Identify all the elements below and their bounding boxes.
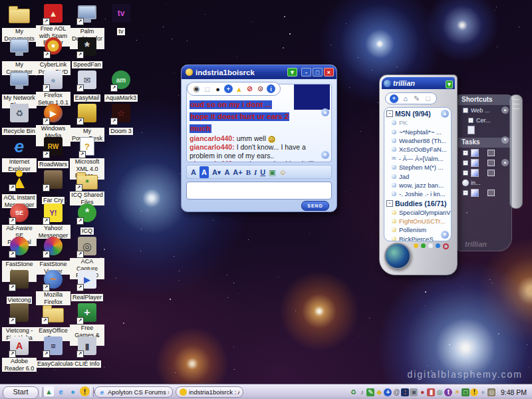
status-dot-icon[interactable] <box>414 243 418 248</box>
capture-tray-icon[interactable]: ◎ <box>487 388 495 396</box>
warn-icon[interactable]: ▲ <box>235 84 243 93</box>
trillian-menu-globe-button[interactable] <box>384 243 411 269</box>
desktop-icon-doom-3[interactable]: ☆↗Doom 3 <box>104 104 138 136</box>
volume-icon[interactable]: ♪ <box>358 388 366 396</box>
memory-card-icon[interactable]: ✎ <box>366 388 374 396</box>
lemon-icon[interactable]: ◆ <box>375 388 383 396</box>
scroll-up-icon[interactable]: ▲ <box>441 110 449 118</box>
taskbar-button-apolyton-cs-fo[interactable]: eApolyton CS Forums » Misce... <box>94 386 173 398</box>
desktop-icon-internet-explorer[interactable]: eInternet Explorer <box>2 137 37 174</box>
contact-xcscoobyfan[interactable]: XcScOoByFaN... <box>386 145 451 154</box>
format-a[interactable]: A <box>200 166 209 178</box>
trillian-tray-icon[interactable]: t <box>444 388 452 396</box>
aim-titlebar[interactable]: indstria1boisrck ▼-□× <box>182 65 336 79</box>
task-item-1[interactable]: - <box>458 148 511 158</box>
contact-specialolympianv[interactable]: SpecialOlympianV <box>386 208 451 217</box>
desktop-icon-yahoo-messenger[interactable]: Y!↗Yahoo! Messenger <box>36 203 70 240</box>
desktop-icon-icq-shared-files[interactable]: *↗ICQ Shared Files <box>70 170 104 207</box>
task-item-4[interactable]: in... <box>458 178 511 188</box>
scroll-up-icon[interactable]: ▲ <box>501 159 509 166</box>
contact-nephtali[interactable]: ~*Nephtali*~ ... <box>386 127 451 136</box>
page-icon[interactable]: □ <box>424 94 432 103</box>
icq-net-icon[interactable]: : <box>401 388 409 396</box>
close-button[interactable]: × <box>324 68 334 76</box>
desktop-icon-icq[interactable]: *↗ICQ <box>70 203 104 235</box>
quick-launch-aim[interactable]: ! <box>80 386 90 396</box>
droplet-icon[interactable]: ● <box>418 388 426 396</box>
contact-weather88-th[interactable]: Weather88 (Th... <box>386 136 451 145</box>
ad-watch-icon[interactable]: ☀ <box>453 388 461 396</box>
sync-icon[interactable]: + <box>384 388 392 396</box>
format-a[interactable]: A+ <box>233 166 242 178</box>
desktop-icon-cli-info[interactable]: ▮↗CLIÉ Info <box>70 336 104 368</box>
dialer-icon[interactable]: @ <box>392 388 400 396</box>
scroll-up-icon[interactable]: ▲ <box>501 106 509 114</box>
start-button[interactable]: Start <box>3 386 39 399</box>
minimize-button[interactable]: - <box>301 68 311 76</box>
desktop-icon-far-cry[interactable]: ↗Far Cry <box>36 170 70 205</box>
scroll-down-icon[interactable]: ▼ <box>441 231 449 239</box>
desktop-icon-speedfan[interactable]: *↗SpeedFan <box>70 37 104 69</box>
collapse-icon[interactable]: - <box>386 110 393 117</box>
status-sphere-icon[interactable]: ● <box>479 388 487 396</box>
desktop-icon-realplayer[interactable]: ▶↗RealPlayer <box>70 270 104 302</box>
format-a[interactable]: A▾ <box>212 166 221 178</box>
task-item-5[interactable]: - <box>458 188 511 198</box>
webcam-icon[interactable]: ◉ <box>192 84 201 93</box>
speedfan-tray-icon[interactable]: ♻ <box>349 388 357 396</box>
send-button[interactable]: SEND <box>301 201 329 211</box>
collapse-icon[interactable]: - <box>386 200 393 207</box>
trillian-titlebar[interactable]: trillian ▼ <box>382 77 455 89</box>
shortcut-item-icon-row[interactable] <box>458 125 511 135</box>
desktop-icon-easymail[interactable]: ✉↗EasyMail <box>70 70 104 102</box>
format-[interactable]: ▣ <box>269 166 275 178</box>
desktop-icon-easycalculator[interactable]: ≡↗EasyCalculator <box>36 336 70 368</box>
format-b[interactable]: B <box>246 166 251 178</box>
status-dot-icon[interactable] <box>421 243 426 248</box>
add-buddy-icon[interactable]: + <box>224 84 233 93</box>
maximize-button[interactable]: □ <box>313 68 323 76</box>
status-dot-icon[interactable] <box>428 243 433 248</box>
format-a[interactable]: A <box>224 166 229 178</box>
timer-icon[interactable]: ⊙ <box>256 84 265 93</box>
contact-wow-jazz-ban[interactable]: wow, jazz ban... <box>386 181 451 190</box>
shade-button[interactable]: ▼ <box>287 68 297 76</box>
format-a[interactable]: A <box>191 166 196 178</box>
contact-jad[interactable]: Jad <box>386 172 451 180</box>
aim-tray-icon[interactable]: ! <box>470 388 478 396</box>
quick-launch-media-player[interactable]: ● <box>68 386 78 396</box>
contact-stephen-m[interactable]: Stephen M(*) ... <box>386 163 451 172</box>
block-icon[interactable]: ⊘ <box>245 84 254 93</box>
taskbar-button-indstria1boisr[interactable]: indstria1boisrck : AIM - gianc... <box>176 386 243 398</box>
task-item-3[interactable]: - <box>458 168 511 178</box>
desktop-icon-vietcong[interactable]: ↗Vietcong <box>2 270 37 305</box>
contact-fightonusctr[interactable]: FightOnUSCTr... <box>386 217 451 225</box>
desktop-icon-adobe-reader-6-0[interactable]: A↗Adobe Reader 6.0 <box>2 336 37 373</box>
device-icon[interactable]: ▮ <box>427 388 435 396</box>
taskbar-clock[interactable]: 9:48 PM <box>501 388 527 396</box>
scroll-up-icon[interactable]: ▲ <box>321 108 329 116</box>
collapse-icon[interactable]: - <box>463 160 468 166</box>
bomb-icon[interactable]: ● <box>213 84 222 93</box>
contact-pk[interactable]: PK <box>386 118 451 127</box>
home-icon[interactable]: ⌂ <box>401 94 410 103</box>
group-header-buddies-16-71[interactable]: -Buddies (16/71) <box>386 199 451 208</box>
contact-alm[interactable]: ✉- Ã— Ã»[\/alm... <box>386 154 451 163</box>
realplayer-tray-icon[interactable]: ◎ <box>436 388 444 396</box>
info-icon[interactable]: i <box>267 84 275 93</box>
desktop-icon-tv[interactable]: tvtv <box>104 4 138 36</box>
monitor-tray-icon[interactable]: □ <box>462 388 469 396</box>
quick-launch-image-viewer[interactable]: ▲ <box>44 386 54 396</box>
collapse-icon[interactable]: - <box>463 108 468 113</box>
collapse-icon[interactable]: - <box>463 170 468 176</box>
collapse-icon[interactable]: - <box>468 118 473 123</box>
collapse-icon[interactable]: - <box>463 150 468 156</box>
desktop-icon-firefox-setup-1-0-1[interactable]: ●↗Firefox Setup 1.0.1 <box>36 70 70 107</box>
shortcut-item-cer[interactable]: -Cer... <box>458 115 511 125</box>
message-input[interactable] <box>186 182 332 200</box>
add-contact-icon[interactable]: + <box>390 94 398 103</box>
status-dot-icon[interactable] <box>443 243 449 249</box>
shade-button[interactable]: ▼ <box>446 80 453 88</box>
page-icon[interactable]: □ <box>203 84 211 93</box>
desktop-icon-aquamark3[interactable]: am↗AquaMark3 <box>104 70 138 102</box>
